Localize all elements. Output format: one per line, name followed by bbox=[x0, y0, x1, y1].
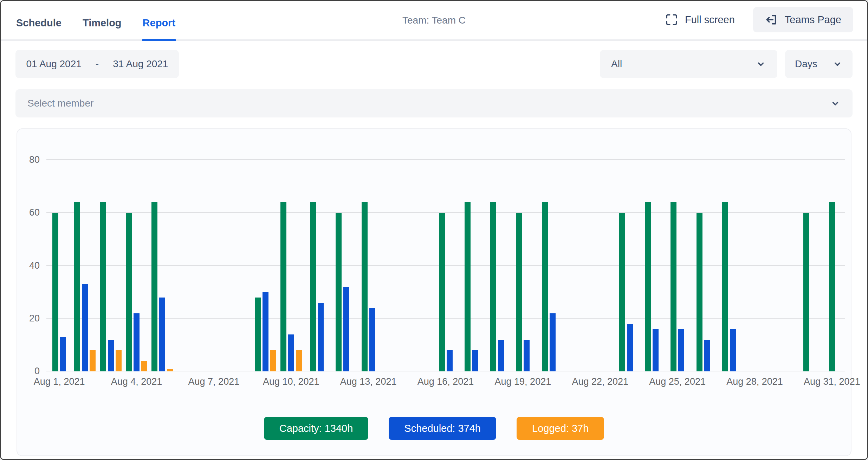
teams-page-button[interactable]: Teams Page bbox=[753, 7, 853, 32]
bar-scheduled bbox=[134, 313, 140, 371]
full-screen-label: Full screen bbox=[685, 14, 735, 26]
day-band bbox=[793, 159, 819, 371]
fullscreen-icon bbox=[665, 13, 678, 26]
x-axis-label: Aug 10, 2021 bbox=[263, 376, 319, 387]
x-axis-label: Aug 4, 2021 bbox=[111, 376, 162, 387]
y-axis-labels: 020406080 bbox=[17, 159, 40, 371]
day-band bbox=[459, 159, 484, 371]
x-axis-label: Aug 1, 2021 bbox=[34, 376, 85, 387]
bar-capacity bbox=[439, 213, 445, 371]
bar-scheduled bbox=[263, 292, 268, 371]
teams-page-label: Teams Page bbox=[785, 14, 841, 26]
header-actions: Full screen Teams Page bbox=[663, 7, 853, 32]
tab-schedule[interactable]: Schedule bbox=[15, 17, 62, 39]
full-screen-button[interactable]: Full screen bbox=[663, 13, 737, 26]
tab-timelog[interactable]: Timelog bbox=[82, 17, 122, 39]
bar-scheduled bbox=[730, 329, 736, 371]
bar-capacity bbox=[697, 213, 702, 371]
bar-scheduled bbox=[524, 340, 530, 371]
bar-logged bbox=[116, 350, 122, 371]
x-axis-label: Aug 7, 2021 bbox=[188, 376, 240, 387]
day-band bbox=[304, 159, 330, 371]
legend-scheduled-button[interactable]: Scheduled: 374h bbox=[389, 417, 496, 440]
chart-legend: Capacity: 1340hScheduled: 374hLogged: 37… bbox=[17, 417, 851, 440]
bar-scheduled bbox=[343, 287, 349, 371]
bar-logged bbox=[270, 350, 276, 371]
bar-capacity bbox=[151, 202, 157, 371]
bar-scheduled bbox=[472, 350, 478, 371]
day-band bbox=[562, 159, 587, 371]
y-axis-label: 40 bbox=[29, 260, 40, 271]
team-title: Team: Team C bbox=[402, 15, 466, 26]
day-band bbox=[665, 159, 690, 371]
bar-bands bbox=[46, 159, 845, 371]
bar-capacity bbox=[255, 298, 261, 371]
bar-logged bbox=[141, 361, 147, 371]
bar-capacity bbox=[336, 213, 342, 371]
chevron-down-icon bbox=[756, 59, 766, 69]
scope-dropdown[interactable]: All bbox=[600, 50, 777, 78]
report-page: ScheduleTimelogReport Team: Team C Full … bbox=[0, 0, 868, 460]
tab-bar: ScheduleTimelogReport bbox=[15, 1, 176, 39]
bar-logged bbox=[167, 369, 173, 372]
bar-scheduled bbox=[447, 350, 453, 371]
chevron-down-icon bbox=[830, 98, 841, 109]
day-band bbox=[587, 159, 613, 371]
bar-capacity bbox=[126, 213, 132, 371]
bar-capacity bbox=[722, 202, 728, 371]
date-to: 31 Aug 2021 bbox=[113, 58, 168, 70]
day-band bbox=[510, 159, 536, 371]
day-band bbox=[381, 159, 407, 371]
bar-capacity bbox=[280, 202, 286, 371]
legend-logged-button[interactable]: Logged: 37h bbox=[517, 417, 604, 440]
bar-capacity bbox=[74, 202, 80, 371]
bar-capacity bbox=[310, 202, 316, 371]
filter-row: 01 Aug 2021 - 31 Aug 2021 All Days bbox=[15, 50, 853, 78]
day-band bbox=[98, 159, 124, 371]
y-axis-label: 80 bbox=[29, 154, 40, 165]
bar-logged bbox=[90, 350, 96, 371]
x-axis-label: Aug 25, 2021 bbox=[649, 376, 706, 387]
legend-capacity-button[interactable]: Capacity: 1340h bbox=[264, 417, 369, 440]
day-band bbox=[613, 159, 639, 371]
bar-capacity bbox=[619, 213, 625, 371]
bar-capacity bbox=[829, 202, 835, 371]
day-band bbox=[819, 159, 845, 371]
day-band bbox=[639, 159, 665, 371]
day-band bbox=[278, 159, 304, 371]
bar-scheduled bbox=[159, 298, 165, 371]
day-band bbox=[175, 159, 201, 371]
x-axis-label: Aug 31, 2021 bbox=[804, 376, 860, 387]
day-band bbox=[716, 159, 742, 371]
bar-capacity bbox=[671, 202, 676, 371]
bar-scheduled bbox=[369, 308, 375, 371]
x-axis-label: Aug 16, 2021 bbox=[417, 376, 474, 387]
day-band bbox=[252, 159, 278, 371]
bar-capacity bbox=[542, 202, 548, 371]
tab-report[interactable]: Report bbox=[142, 17, 176, 39]
filter-dropdowns: All Days bbox=[600, 50, 853, 78]
x-axis-label: Aug 28, 2021 bbox=[726, 376, 783, 387]
bar-scheduled bbox=[678, 329, 684, 371]
date-separator: - bbox=[96, 58, 99, 70]
granularity-selected-value: Days bbox=[795, 58, 817, 70]
bar-capacity bbox=[465, 202, 471, 371]
bar-capacity bbox=[100, 202, 106, 371]
day-band bbox=[330, 159, 355, 371]
bar-capacity bbox=[490, 202, 496, 371]
member-select-placeholder: Select member bbox=[27, 98, 93, 109]
y-axis-label: 20 bbox=[29, 313, 40, 324]
bar-scheduled bbox=[653, 329, 659, 371]
x-axis-label: Aug 19, 2021 bbox=[495, 376, 551, 387]
x-axis-label: Aug 13, 2021 bbox=[340, 376, 397, 387]
bar-capacity bbox=[362, 202, 368, 371]
granularity-dropdown[interactable]: Days bbox=[785, 50, 853, 78]
day-band bbox=[433, 159, 458, 371]
day-band bbox=[72, 159, 98, 371]
date-range-picker[interactable]: 01 Aug 2021 - 31 Aug 2021 bbox=[15, 50, 179, 78]
y-axis-label: 60 bbox=[29, 207, 40, 218]
bar-scheduled bbox=[498, 340, 504, 371]
report-chart-card: 020406080 Aug 1, 2021Aug 4, 2021Aug 7, 2… bbox=[17, 128, 851, 456]
member-select[interactable]: Select member bbox=[15, 89, 853, 117]
x-axis-label: Aug 22, 2021 bbox=[572, 376, 628, 387]
